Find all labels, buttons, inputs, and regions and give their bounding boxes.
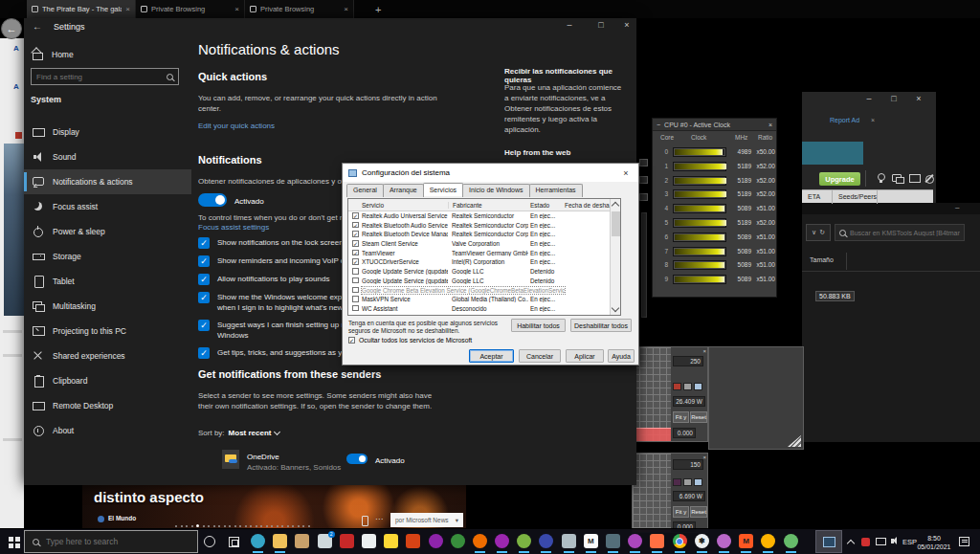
checkbox-checked-icon[interactable]: [198, 292, 210, 303]
service-checkbox[interactable]: [352, 231, 359, 237]
kms-search-box[interactable]: [835, 224, 965, 241]
tv-app-icon[interactable]: [558, 529, 580, 554]
carousel-dot[interactable]: [224, 525, 226, 527]
dialog-tab[interactable]: Herramientas: [529, 184, 583, 197]
m-app-icon[interactable]: M: [580, 529, 602, 554]
sidebar-item[interactable]: Focus assist: [24, 194, 191, 219]
sidebar-item[interactable]: About: [24, 418, 191, 443]
carousel-dot[interactable]: [203, 525, 205, 527]
carousel-dot[interactable]: [298, 525, 300, 527]
series-color-chip[interactable]: [673, 383, 681, 390]
cancel-button[interactable]: Cancelar: [519, 349, 561, 363]
white-box-icon[interactable]: [358, 529, 380, 554]
carousel-dot[interactable]: [250, 525, 252, 527]
chrome-icon[interactable]: [669, 529, 691, 554]
minimize-icon[interactable]: –: [859, 94, 879, 103]
globe-icon[interactable]: [447, 529, 469, 554]
purple-spiral-icon[interactable]: [624, 529, 646, 554]
carousel-dot[interactable]: [256, 525, 257, 527]
resize-grip[interactable]: [788, 435, 801, 447]
collapse-icon[interactable]: −: [657, 122, 660, 128]
navy-orb-icon[interactable]: [535, 529, 557, 554]
purple-orb-icon[interactable]: [491, 529, 513, 554]
orange-m-icon[interactable]: M: [735, 529, 757, 554]
lightning-icon[interactable]: [380, 529, 402, 554]
notifications-toggle[interactable]: [198, 193, 227, 207]
checkbox-checked-icon[interactable]: [198, 320, 210, 331]
close-icon[interactable]: ×: [702, 454, 706, 460]
browser-tab[interactable]: The Pirate Bay - The galaxy's m ×: [27, 0, 136, 18]
maximize-icon[interactable]: □: [884, 94, 903, 103]
carousel-dot[interactable]: [213, 525, 215, 527]
service-checkbox[interactable]: [352, 212, 359, 219]
sidebar-item[interactable]: Clipboard: [24, 368, 191, 393]
service-checkbox[interactable]: [352, 222, 359, 229]
carousel-dot[interactable]: [245, 525, 247, 527]
focus-assist-settings-link[interactable]: Focus assist settings: [198, 223, 269, 232]
series-color-chip[interactable]: [683, 478, 692, 486]
settings-search-box[interactable]: [31, 68, 179, 85]
service-row[interactable]: Realtek Bluetooth Audio Service Realtek …: [348, 221, 620, 231]
service-row[interactable]: Steam Client Service Valve Corporation E…: [348, 239, 620, 249]
task-view-icon[interactable]: [229, 537, 239, 547]
clock[interactable]: 8:50 05/01/2021: [914, 534, 954, 551]
service-checkbox[interactable]: [352, 287, 359, 294]
close-icon[interactable]: ×: [617, 20, 636, 30]
eta-column-header[interactable]: ETA: [808, 193, 820, 200]
carousel-dot[interactable]: [196, 524, 199, 527]
minimize-icon[interactable]: –: [955, 203, 959, 211]
tray-red-icon[interactable]: [861, 538, 870, 546]
state-column-header[interactable]: Estado: [530, 202, 549, 209]
carousel-dots[interactable]: [175, 524, 310, 527]
sidebar-item[interactable]: Remote Desktop: [24, 393, 191, 418]
carousel-dot[interactable]: [287, 525, 289, 527]
series-color-chip[interactable]: [694, 478, 702, 486]
report-ad-link[interactable]: Report Ad: [830, 117, 859, 123]
service-checkbox[interactable]: [352, 258, 359, 265]
dialog-tab[interactable]: General: [346, 184, 384, 197]
purple-orb2-icon[interactable]: [713, 529, 735, 554]
dialog-tab[interactable]: Arranque: [383, 184, 424, 197]
monitor-icon[interactable]: [909, 173, 921, 185]
orange-flame-icon[interactable]: [646, 529, 668, 554]
epg-app-icon[interactable]: [602, 529, 624, 554]
more-options-icon[interactable]: ⋯: [375, 515, 383, 523]
phone-icon[interactable]: [362, 516, 368, 526]
carousel-dot[interactable]: [175, 525, 177, 527]
carousel-dot[interactable]: [234, 525, 236, 527]
date-column-header[interactable]: Fecha de desha...: [565, 202, 614, 209]
checkbox-checked-icon[interactable]: [198, 255, 210, 267]
seeds-peers-column-header[interactable]: Seeds/Peers: [838, 193, 877, 200]
carousel-dot[interactable]: [281, 525, 283, 527]
kms-search-input[interactable]: [850, 230, 960, 236]
service-row[interactable]: XTUOCDriverService Intel(R) Corporation …: [348, 257, 620, 267]
enable-all-button[interactable]: Habilitar todos: [511, 319, 566, 332]
green-orb2-icon[interactable]: [780, 529, 802, 554]
service-row[interactable]: WC Assistant Desconocido En ejec...: [348, 304, 620, 314]
maximize-icon[interactable]: □: [591, 20, 611, 30]
fit-y-button[interactable]: Fit y: [673, 411, 689, 423]
scroll-up-icon[interactable]: [612, 202, 619, 210]
tray-display-icon[interactable]: [876, 538, 886, 545]
apply-button[interactable]: Aplicar: [566, 349, 604, 363]
browser-back-button[interactable]: ←: [1, 18, 22, 39]
maker-column-header[interactable]: Fabricante: [448, 202, 482, 209]
news-attribution[interactable]: por Microsoft News ▾: [390, 513, 463, 527]
carousel-dot[interactable]: [229, 525, 231, 527]
lightbulb-icon[interactable]: [875, 173, 886, 185]
sidebar-item-home[interactable]: Home: [32, 49, 74, 60]
service-row[interactable]: Realtek Audio Universal Service Realtek …: [348, 211, 620, 221]
close-icon[interactable]: ×: [768, 122, 772, 128]
file-explorer-icon[interactable]: [269, 529, 291, 554]
hide-microsoft-services-option[interactable]: Ocultar todos los servicios de Microsoft: [348, 337, 472, 343]
gear-app-icon[interactable]: ✱: [691, 529, 713, 554]
service-checkbox[interactable]: [352, 305, 359, 312]
chat-icon[interactable]: [892, 173, 903, 185]
sidebar-item[interactable]: Tablet: [24, 269, 191, 294]
carousel-dot[interactable]: [191, 525, 193, 527]
sidebar-item[interactable]: Display: [24, 120, 191, 144]
series-color-chip[interactable]: [673, 478, 681, 486]
close-icon[interactable]: ×: [909, 94, 928, 103]
settings-search-input[interactable]: [36, 73, 167, 81]
dialog-tab[interactable]: Inicio de Windows: [462, 184, 529, 197]
